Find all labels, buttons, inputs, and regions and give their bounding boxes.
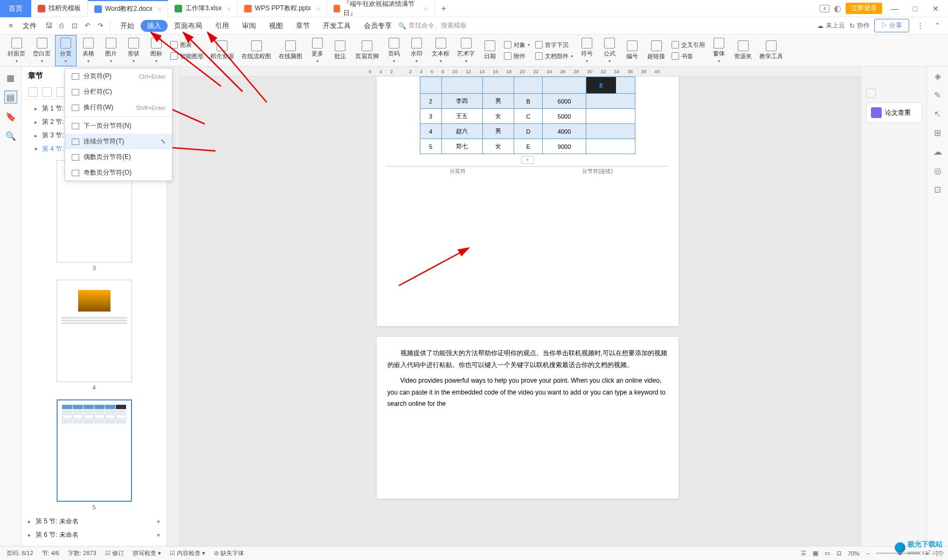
paragraph[interactable]: 视频提供了功能强大的方法帮助你证明你的观点。当你单击联机视频时,可以在想要添加的… bbox=[387, 348, 668, 371]
ribbon-smart-shape[interactable]: 智能图形 bbox=[168, 51, 206, 61]
ribbon-cover-page[interactable]: 封面页▾ bbox=[4, 36, 29, 66]
add-tab-button[interactable]: + bbox=[435, 4, 453, 13]
view-mode-icon[interactable]: ▭ bbox=[825, 550, 830, 557]
file-menu[interactable]: 文件 bbox=[17, 21, 42, 31]
dropdown-line-break[interactable]: 换行符(W)Shift+Enter bbox=[65, 100, 172, 115]
status-page[interactable]: 页码: 8/12 bbox=[6, 549, 33, 557]
menu-tab-layout[interactable]: 页面布局 bbox=[168, 17, 209, 34]
redo-icon[interactable]: ↷ bbox=[94, 19, 107, 32]
more-icon[interactable]: ⋮ bbox=[914, 19, 926, 32]
menu-tab-reference[interactable]: 引用 bbox=[209, 17, 236, 34]
ribbon-textbox[interactable]: 文本框▾ bbox=[428, 36, 453, 66]
paragraph[interactable]: Video provides powerful ways to help you… bbox=[387, 375, 668, 410]
chapter-icon[interactable]: ▤ bbox=[4, 91, 17, 103]
cloud-icon[interactable]: ☁ bbox=[933, 147, 942, 157]
location-icon[interactable]: ◎ bbox=[934, 165, 942, 176]
dropdown-column-break[interactable]: 分栏符(C) bbox=[65, 84, 172, 100]
status-doccheck[interactable]: ☑ 内容检查 ▾ bbox=[170, 549, 205, 557]
ribbon-resource-folder[interactable]: 资源夹 bbox=[731, 38, 755, 63]
ribbon-flowchart[interactable]: 在线流程图 bbox=[238, 38, 274, 63]
pencil-icon[interactable]: ✎ bbox=[934, 90, 941, 100]
ribbon-date[interactable]: 日期 bbox=[479, 38, 501, 63]
tab-word-doc[interactable]: Word教程2.docx ○ bbox=[88, 0, 168, 17]
close-icon[interactable]: ○ bbox=[227, 5, 231, 12]
horizontal-ruler[interactable]: 642246810121416182022242628303234363840 bbox=[180, 67, 862, 77]
menu-tab-member[interactable]: 会员专享 bbox=[357, 17, 398, 34]
dropdown-even-section[interactable]: 偶数页分节符(E) bbox=[65, 149, 172, 165]
ribbon-form[interactable]: 窗体▾ bbox=[708, 36, 730, 66]
diamond-icon[interactable]: ◈ bbox=[935, 71, 941, 81]
ribbon-hyperlink[interactable]: 超链接 bbox=[644, 38, 668, 63]
status-edit[interactable]: ☑ 修订 bbox=[105, 549, 124, 557]
document-page[interactable]: 👤 2李四男B6000 3王五女C5000 4赵六男D4000 5郑七女E900… bbox=[377, 77, 679, 326]
print-icon[interactable]: ⎙ bbox=[55, 19, 68, 32]
maximize-button[interactable]: □ bbox=[907, 1, 923, 17]
tool-icon[interactable] bbox=[42, 87, 52, 97]
dropdown-odd-section[interactable]: 奇数页分节符(O) bbox=[65, 165, 172, 181]
zoom-out-button[interactable]: − bbox=[866, 550, 869, 557]
tab-ppt2[interactable]: 『端午狂欢祝福浓情满节日』 ○ bbox=[327, 0, 435, 17]
ribbon-object[interactable]: 对象▾ bbox=[502, 40, 532, 50]
close-icon[interactable]: ○ bbox=[424, 5, 428, 12]
menu-tab-start[interactable]: 开始 bbox=[114, 17, 141, 34]
tab-excel[interactable]: 工作簿3.xlsx ○ bbox=[168, 0, 237, 17]
chapter-item[interactable]: ▸第 5 节: 未命名▾ bbox=[22, 515, 167, 528]
dropdown-continuous-section[interactable]: 连续分节符(T)⤡ bbox=[65, 134, 172, 149]
close-button[interactable]: ✕ bbox=[928, 1, 944, 17]
save-icon[interactable]: 🖫 bbox=[42, 19, 55, 32]
ribbon-resource[interactable]: 稻壳资源 bbox=[207, 38, 237, 63]
ribbon-more[interactable]: 更多▾ bbox=[307, 36, 328, 66]
ribbon-shape[interactable]: 形状▾ bbox=[123, 36, 144, 66]
ribbon-teaching[interactable]: 教学工具 bbox=[756, 38, 786, 63]
minimize-button[interactable]: — bbox=[887, 1, 903, 17]
float-tool-icon[interactable] bbox=[866, 88, 876, 98]
notification-icon[interactable]: ◐ bbox=[834, 3, 841, 13]
menu-icon[interactable]: ≡ bbox=[4, 19, 17, 32]
status-section[interactable]: 节: 4/6 bbox=[42, 549, 59, 557]
add-row-button[interactable]: + bbox=[521, 156, 534, 164]
data-table[interactable]: 👤 2李四男B6000 3王五女C5000 4赵六男D4000 5郑七女E900… bbox=[420, 77, 635, 154]
ribbon-docparts[interactable]: 文档部件▾ bbox=[533, 51, 575, 61]
tab-template[interactable]: 找稻壳模板 bbox=[31, 0, 88, 17]
menu-tab-chapter[interactable]: 章节 bbox=[289, 17, 316, 34]
ribbon-wordart[interactable]: 艺术字▾ bbox=[454, 36, 478, 66]
ribbon-chart[interactable]: 图表 bbox=[168, 40, 206, 50]
plagiarism-check-button[interactable]: 论文查重 bbox=[866, 102, 922, 123]
ribbon-watermark[interactable]: 水印▾ bbox=[406, 36, 427, 66]
ribbon-symbol[interactable]: 符号▾ bbox=[576, 36, 598, 66]
page-thumbnail[interactable] bbox=[57, 280, 132, 382]
ribbon-formula[interactable]: 公式▾ bbox=[599, 36, 620, 66]
chapter-item[interactable]: ▸第 6 节: 未命名▾ bbox=[22, 528, 167, 542]
tab-ppt[interactable]: WPS PPT教程.pptx ○ bbox=[238, 0, 327, 17]
ribbon-page-break[interactable]: 分页▾ bbox=[55, 35, 77, 66]
status-missing-font[interactable]: ⊘ 缺失字体 bbox=[214, 549, 244, 557]
view-mode-icon[interactable]: ▦ bbox=[813, 550, 818, 557]
bookmark-icon[interactable]: 🔖 bbox=[4, 110, 17, 123]
badge-icon[interactable]: 4 bbox=[820, 5, 829, 12]
ribbon-icon[interactable]: 图标▾ bbox=[146, 36, 167, 66]
cursor-icon[interactable]: ↖ bbox=[934, 109, 941, 119]
cloud-button[interactable]: ☁ 未上云 bbox=[817, 21, 845, 30]
ribbon-crossref[interactable]: 交叉引用 bbox=[669, 40, 707, 50]
menu-tab-review[interactable]: 审阅 bbox=[236, 17, 262, 34]
ribbon-blank-page[interactable]: 空白页▾ bbox=[30, 36, 54, 66]
dropdown-page-break[interactable]: 分页符(P)Ctrl+Enter bbox=[65, 68, 172, 84]
undo-icon[interactable]: ↶ bbox=[81, 19, 94, 32]
grid-icon[interactable]: ⊡ bbox=[934, 184, 941, 195]
close-icon[interactable]: ○ bbox=[158, 6, 162, 12]
view-mode-icon[interactable]: ⊡ bbox=[836, 550, 841, 557]
find-icon[interactable]: 🔍 bbox=[4, 129, 17, 142]
view-mode-icon[interactable]: ☰ bbox=[801, 550, 806, 557]
document-area[interactable]: 642246810121416182022242628303234363840 … bbox=[180, 67, 862, 546]
login-button[interactable]: 立即登录 bbox=[846, 3, 882, 14]
search-box[interactable]: 🔍 查找命令、搜索模板 bbox=[398, 21, 467, 30]
ribbon-page-number[interactable]: 页码▾ bbox=[383, 36, 405, 66]
zoom-level[interactable]: 70% bbox=[848, 550, 860, 557]
ribbon-attachment[interactable]: 附件 bbox=[502, 51, 532, 61]
status-spell[interactable]: 拼写检查 ▾ bbox=[133, 549, 161, 557]
dropdown-next-page-section[interactable]: 下一页分节符(N) bbox=[65, 118, 172, 134]
ribbon-table[interactable]: 表格▾ bbox=[78, 36, 99, 66]
collapse-icon[interactable]: ⌃ bbox=[931, 19, 944, 32]
page-thumbnail[interactable] bbox=[57, 399, 132, 502]
tool-icon[interactable] bbox=[28, 87, 38, 97]
